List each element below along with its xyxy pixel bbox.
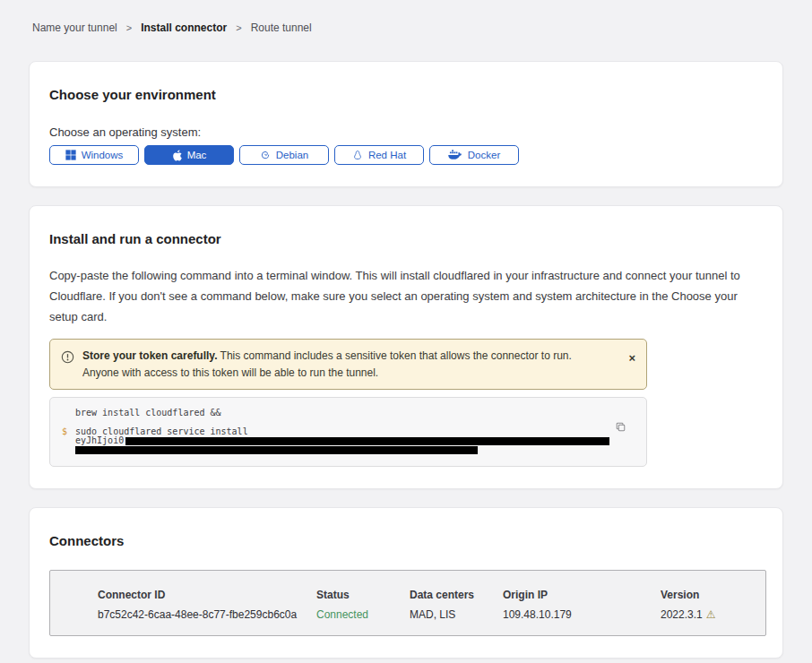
copy-icon[interactable] bbox=[615, 421, 626, 433]
os-button-group: Windows Mac Debian bbox=[49, 145, 763, 165]
table-row: b7c52c42-6caa-48ee-8c77-fbe259cb6c0a Con… bbox=[98, 608, 765, 621]
breadcrumb-separator: > bbox=[236, 22, 241, 33]
os-button-redhat[interactable]: Red Hat bbox=[334, 145, 424, 165]
close-icon[interactable]: × bbox=[628, 352, 635, 364]
version-value: 2022.3.1 bbox=[661, 608, 703, 621]
connectors-card-title: Connectors bbox=[49, 533, 763, 548]
apple-icon bbox=[172, 150, 182, 161]
os-button-label: Docker bbox=[468, 150, 500, 160]
warning-text: Store your token carefully. This command… bbox=[82, 348, 577, 381]
environment-card-title: Choose your environment bbox=[49, 87, 763, 102]
os-button-label: Mac bbox=[187, 150, 207, 160]
prompt-spacer bbox=[50, 409, 75, 418]
page-content: Choose your environment Choose an operat… bbox=[0, 61, 812, 659]
connectors-table: Connector ID Status Data centers Origin … bbox=[49, 570, 766, 636]
environment-card: Choose your environment Choose an operat… bbox=[29, 61, 783, 187]
breadcrumb-step-name-tunnel[interactable]: Name your tunnel bbox=[32, 22, 117, 34]
code-line-token: eyJhIjoi0 bbox=[75, 436, 646, 445]
code-line-token-continued bbox=[75, 445, 646, 454]
header-data-centers: Data centers bbox=[410, 589, 503, 601]
token-prefix: eyJhIjoi0 bbox=[75, 436, 124, 445]
token-redaction-bar bbox=[75, 446, 478, 455]
code-line-brew: brew install cloudflared && bbox=[75, 409, 646, 418]
connectors-card: Connectors Connector ID Status Data cent… bbox=[29, 507, 783, 659]
alert-circle-icon bbox=[61, 350, 74, 364]
cell-version: 2022.3.1 ⚠ bbox=[661, 608, 765, 621]
install-description: Copy-paste the following command into a … bbox=[49, 266, 763, 327]
header-connector-id: Connector ID bbox=[98, 589, 316, 601]
breadcrumb-step-route-tunnel[interactable]: Route tunnel bbox=[251, 22, 312, 34]
debian-swirl-icon bbox=[260, 150, 271, 160]
os-button-label: Red Hat bbox=[368, 150, 406, 160]
os-button-label: Debian bbox=[276, 150, 308, 160]
install-card: Install and run a connector Copy-paste t… bbox=[29, 205, 783, 489]
token-redaction-bar bbox=[125, 437, 609, 446]
token-warning-banner: Store your token carefully. This command… bbox=[49, 339, 647, 390]
os-button-mac[interactable]: Mac bbox=[144, 145, 234, 165]
connectors-table-header-row: Connector ID Status Data centers Origin … bbox=[98, 589, 765, 601]
os-button-debian[interactable]: Debian bbox=[239, 145, 329, 165]
cell-origin-ip: 109.48.10.179 bbox=[503, 608, 661, 621]
warning-text-bold: Store your token carefully. bbox=[82, 349, 218, 362]
breadcrumb: Name your tunnel > Install connector > R… bbox=[0, 0, 812, 34]
version-warning-icon: ⚠ bbox=[706, 608, 716, 621]
redhat-penguin-icon bbox=[352, 150, 363, 161]
os-button-label: Windows bbox=[82, 150, 124, 160]
install-command-code-block: brew install cloudflared && $ sudo cloud… bbox=[49, 397, 647, 467]
shell-prompt: $ bbox=[50, 427, 75, 454]
breadcrumb-separator: > bbox=[126, 22, 132, 33]
windows-icon bbox=[65, 150, 76, 160]
code-line-sudo: sudo cloudflared service install bbox=[75, 427, 646, 436]
install-card-title: Install and run a connector bbox=[49, 231, 763, 246]
os-select-label: Choose an operating system: bbox=[49, 125, 763, 139]
status-badge: Connected bbox=[316, 608, 410, 621]
cell-connector-id: b7c52c42-6caa-48ee-8c77-fbe259cb6c0a bbox=[98, 608, 316, 621]
os-button-docker[interactable]: Docker bbox=[429, 145, 519, 165]
cell-data-centers: MAD, LIS bbox=[410, 608, 503, 621]
header-status: Status bbox=[316, 589, 410, 601]
docker-whale-icon bbox=[448, 150, 462, 160]
header-version: Version bbox=[661, 589, 765, 601]
os-button-windows[interactable]: Windows bbox=[49, 145, 139, 165]
breadcrumb-step-install-connector[interactable]: Install connector bbox=[141, 22, 227, 34]
header-origin-ip: Origin IP bbox=[503, 589, 661, 601]
